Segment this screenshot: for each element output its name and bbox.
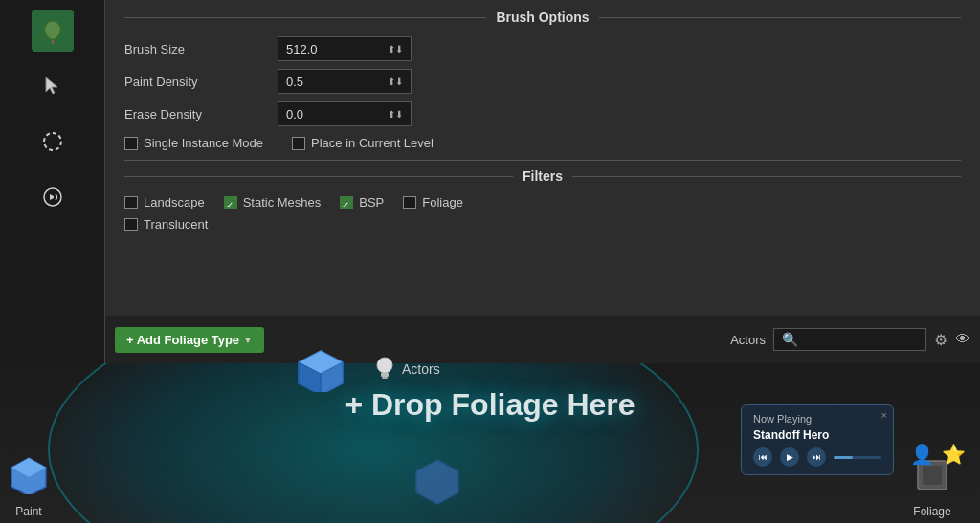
brush-size-input[interactable]: 512.0 ⬆⬇: [278, 36, 412, 61]
translucent-filter[interactable]: Translucent: [124, 217, 961, 231]
place-in-current-level-label: Place in Current Level: [311, 136, 434, 150]
paint-density-row: Paint Density 0.5 ⬆⬇: [124, 69, 961, 94]
header-line-left: [124, 17, 486, 18]
foliage-tool-icon[interactable]: [32, 10, 74, 52]
actors-drop-label: Actors: [402, 361, 440, 377]
erase-density-label: Erase Density: [124, 107, 278, 121]
user-icon[interactable]: 👤: [910, 443, 934, 466]
now-playing-progress[interactable]: [834, 456, 881, 459]
erase-density-spinner[interactable]: ⬆⬇: [388, 109, 403, 120]
filters-line-left: [124, 176, 513, 177]
svg-marker-12: [416, 460, 458, 504]
static-meshes-label: Static Meshes: [243, 195, 322, 209]
bottom-toolbar: + Add Foliage Type ▼ Actors 🔍 ⚙ 👁: [105, 316, 980, 363]
svg-rect-9: [382, 377, 388, 379]
foliage-box: [403, 196, 416, 209]
single-instance-mode-checkbox[interactable]: Single Instance Mode: [124, 136, 263, 150]
paint-density-input[interactable]: 0.5 ⬆⬇: [278, 69, 412, 94]
filters-header: Filters: [124, 168, 961, 184]
svg-point-7: [377, 358, 392, 373]
svg-rect-8: [381, 373, 389, 377]
svg-rect-14: [923, 466, 942, 485]
translucent-row: Translucent: [124, 217, 961, 231]
cursor-tool-icon[interactable]: [32, 65, 74, 107]
now-playing-controls: ⏮ ▶ ⏭: [753, 447, 881, 467]
now-playing-play[interactable]: ▶: [780, 447, 799, 467]
search-wrapper: 🔍: [773, 328, 926, 351]
erase-density-row: Erase Density 0.0 ⬆⬇: [124, 101, 961, 126]
header-line-right: [599, 17, 961, 18]
translucent-label: Translucent: [144, 217, 208, 231]
select-tool-icon[interactable]: [32, 120, 74, 163]
brush-options-title: Brush Options: [496, 10, 589, 25]
now-playing-popup: × Now Playing Standoff Hero ⏮ ▶ ⏭: [741, 404, 894, 475]
place-in-current-level-box: [292, 137, 305, 150]
translucent-box: [124, 218, 138, 231]
filters-title: Filters: [523, 168, 563, 184]
search-area: Actors 🔍 ⚙ 👁: [274, 328, 970, 351]
static-meshes-filter[interactable]: ✓ Static Meshes: [224, 195, 322, 209]
erase-density-input[interactable]: 0.0 ⬆⬇: [278, 101, 412, 126]
center-icon: [413, 457, 461, 509]
brush-size-row: Brush Size 512.0 ⬆⬇: [124, 36, 961, 61]
dropdown-arrow-icon: ▼: [243, 335, 253, 345]
now-playing-prev[interactable]: ⏮: [753, 447, 772, 467]
foliage-filter[interactable]: Foliage: [403, 195, 463, 209]
drop-foliage-text: + Drop Foliage Here: [345, 387, 635, 423]
add-foliage-button[interactable]: + Add Foliage Type ▼: [115, 327, 264, 353]
single-instance-mode-box: [124, 137, 138, 150]
place-in-current-level-checkbox[interactable]: Place in Current Level: [292, 136, 434, 150]
cube-3d-icon: [297, 349, 345, 401]
paint-density-spinner[interactable]: ⬆⬇: [388, 76, 403, 87]
light-bulb-icon: [373, 356, 396, 388]
static-meshes-box: ✓: [224, 196, 237, 209]
erase-density-value: 0.0: [286, 107, 303, 121]
landscape-box: [124, 196, 138, 209]
view-options-icon[interactable]: 👁: [955, 331, 970, 348]
divider: [124, 160, 961, 161]
paint-tab-icon[interactable]: Paint: [10, 456, 48, 518]
settings-icon[interactable]: ⚙: [934, 331, 947, 349]
main-panel: Brush Options Brush Size 512.0 ⬆⬇ Paint …: [105, 0, 980, 363]
now-playing-close[interactable]: ×: [881, 409, 887, 421]
svg-point-1: [44, 133, 61, 150]
foliage-label: Foliage: [422, 195, 463, 209]
brush-size-spinner[interactable]: ⬆⬇: [388, 44, 403, 54]
left-toolbar: [0, 0, 105, 363]
star-icon[interactable]: ⭐: [942, 443, 966, 466]
filters-row: Landscape ✓ Static Meshes ✓ BSP Foliage: [124, 195, 961, 209]
paint-label: Paint: [15, 505, 41, 518]
brush-options-header: Brush Options: [124, 10, 961, 25]
brush-size-label: Brush Size: [124, 42, 278, 56]
landscape-label: Landscape: [144, 195, 205, 209]
now-playing-progress-fill: [834, 456, 853, 459]
now-playing-song: Standoff Hero: [753, 428, 881, 442]
single-instance-mode-label: Single Instance Mode: [144, 136, 263, 150]
paint-density-label: Paint Density: [124, 75, 278, 89]
brush-size-value: 512.0: [286, 42, 318, 56]
bsp-filter[interactable]: ✓ BSP: [340, 195, 384, 209]
filters-line-right: [572, 176, 961, 177]
now-playing-next[interactable]: ⏭: [807, 447, 826, 467]
actors-label: Actors: [730, 333, 766, 347]
checkbox-row: Single Instance Mode Place in Current Le…: [124, 136, 961, 150]
landscape-filter[interactable]: Landscape: [124, 195, 205, 209]
bsp-box: ✓: [340, 196, 353, 209]
paint-icon-shape: [10, 456, 48, 501]
now-playing-title: Now Playing: [753, 413, 881, 425]
audio-tool-icon[interactable]: [32, 176, 74, 218]
bsp-label: BSP: [359, 195, 384, 209]
add-foliage-label: + Add Foliage Type: [126, 333, 239, 347]
foliage-label: Foliage: [913, 505, 950, 518]
right-bottom-icons: 👤 ⭐: [910, 443, 966, 466]
search-icon: 🔍: [782, 332, 798, 347]
paint-density-value: 0.5: [286, 75, 303, 89]
